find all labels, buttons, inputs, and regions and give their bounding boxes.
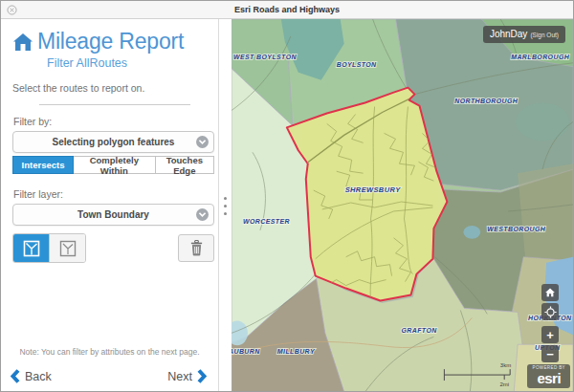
filter-layer-label: Filter layer: — [13, 188, 215, 200]
town-label: WEST BOYLSTON — [233, 54, 297, 60]
select-by-polygon-button[interactable] — [13, 234, 49, 262]
instruction-text: Select the routes to report on. — [12, 82, 215, 94]
home-extent-button[interactable] — [541, 284, 559, 301]
select-extent-icon — [59, 240, 77, 257]
intersects-button[interactable]: Intersects — [12, 156, 74, 174]
chevron-left-icon — [11, 369, 20, 383]
selection-tool-group — [12, 233, 86, 263]
map-canvas[interactable]: WEST BOYLSTON BOYLSTON MARLBOROUGH NORTH… — [232, 19, 573, 392]
select-by-extent-button[interactable] — [49, 234, 85, 262]
chevron-right-icon — [197, 369, 207, 383]
town-label: WESTBOROUGH — [487, 226, 546, 232]
map-container: WEST BOYLSTON BOYLSTON MARLBOROUGH NORTH… — [232, 19, 573, 392]
map-controls: + − — [541, 284, 559, 362]
touches-edge-button[interactable]: Touches Edge — [156, 156, 214, 174]
locate-icon — [544, 306, 557, 318]
filter-method-dropdown[interactable]: Selecting polygon features — [12, 131, 214, 153]
clear-selection-button[interactable] — [178, 234, 214, 262]
home-icon[interactable] — [12, 33, 33, 52]
note-text: Note: You can filter by attributes on th… — [1, 347, 218, 357]
app-window: Esri Roads and Highways Mileage Report F… — [0, 0, 574, 392]
home-icon — [544, 287, 556, 298]
divider — [39, 104, 190, 105]
selection-tools-row — [12, 233, 214, 263]
scale-mi-label: 2mi — [500, 381, 510, 387]
filter-by-label: Filter by: — [13, 116, 215, 127]
zoom-in-button[interactable]: + — [541, 326, 559, 343]
scale-km-label: 3km — [500, 362, 511, 368]
page-subtitle: Filter AllRoutes — [47, 56, 215, 70]
town-label: MARLBOROUGH — [511, 54, 570, 60]
panel-resize-handle[interactable] — [219, 19, 232, 392]
sign-out-label: (Sign Out) — [530, 32, 559, 38]
filter-method-value: Selecting polygon features — [53, 137, 175, 147]
drag-dot — [224, 197, 227, 200]
esri-logo: POWERED BY esri — [527, 364, 570, 389]
esri-brand: esri — [532, 371, 565, 385]
town-label: WORCESTER — [243, 218, 290, 225]
back-button[interactable]: Back — [11, 369, 52, 383]
town-label: AUBURN — [232, 348, 260, 355]
filter-layer-value: Town Boundary — [77, 209, 149, 220]
user-sign-out-button[interactable]: JohnDay (Sign Out) — [483, 26, 565, 43]
chevron-down-icon — [196, 208, 209, 221]
selected-town-label: SHREWSBURY — [345, 185, 401, 194]
page-title: Mileage Report — [37, 29, 184, 54]
wizard-footer: Back Next — [11, 369, 207, 383]
zoom-out-button[interactable]: − — [541, 345, 559, 362]
close-icon[interactable] — [7, 5, 17, 15]
spatial-relation-segment: Intersects Completely Within Touches Edg… — [12, 156, 214, 174]
locate-button[interactable] — [541, 303, 559, 320]
town-label: BOYLSTON — [337, 61, 377, 68]
drag-dot — [224, 212, 227, 215]
panel-header: Mileage Report — [12, 29, 215, 54]
drag-dot — [224, 205, 227, 207]
next-button[interactable]: Next — [167, 369, 207, 383]
filter-layer-dropdown[interactable]: Town Boundary — [12, 204, 214, 226]
town-label: MILLBURY — [277, 348, 316, 355]
back-label: Back — [25, 370, 52, 383]
town-label: NORTHBOROUGH — [454, 98, 518, 104]
next-label: Next — [167, 370, 192, 383]
town-label: GRAFTON — [402, 327, 438, 334]
app-title: Esri Roads and Highways — [1, 5, 573, 14]
trash-icon — [189, 240, 204, 256]
chevron-down-icon — [196, 136, 209, 148]
completely-within-button[interactable]: Completely Within — [74, 156, 156, 174]
select-polygon-icon — [23, 240, 40, 257]
report-panel: Mileage Report Filter AllRoutes Select t… — [1, 19, 219, 392]
title-bar: Esri Roads and Highways — [1, 1, 573, 19]
user-name: JohnDay — [490, 26, 527, 43]
